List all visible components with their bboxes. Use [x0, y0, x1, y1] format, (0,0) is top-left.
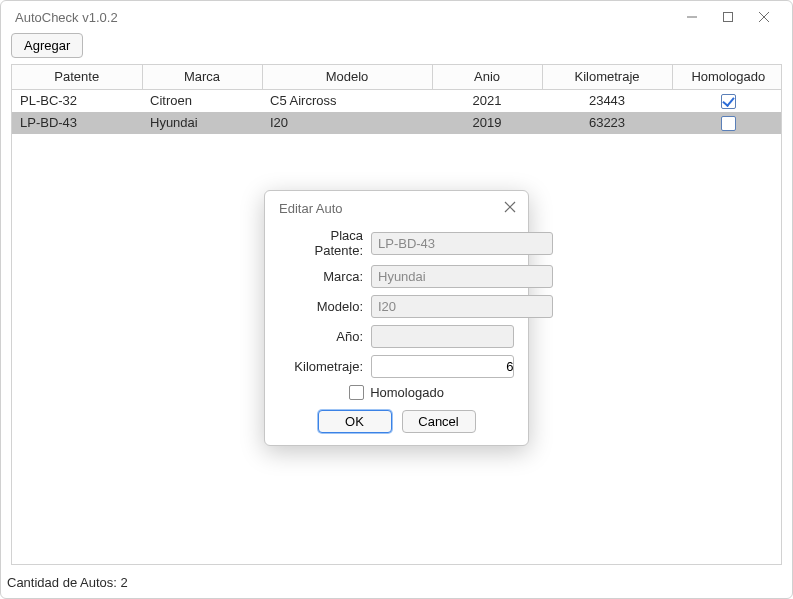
label-homologado: Homologado [370, 385, 444, 400]
dialog-body: Placa Patente: Marca: Modelo: Año: [265, 224, 528, 445]
col-header-kilometraje[interactable]: Kilometraje [542, 65, 672, 89]
dialog-close-button[interactable] [504, 201, 516, 216]
dialog-titlebar: Editar Auto [265, 191, 528, 224]
svg-rect-1 [724, 13, 733, 22]
label-patente: Placa Patente: [279, 228, 371, 258]
col-header-marca[interactable]: Marca [142, 65, 262, 89]
label-modelo: Modelo: [279, 299, 371, 314]
cancel-button[interactable]: Cancel [402, 410, 476, 433]
status-bar: Cantidad de Autos: 2 [1, 571, 792, 598]
input-kilometraje[interactable] [372, 356, 514, 377]
window-title: AutoCheck v1.0.2 [15, 10, 118, 25]
row-homologado-checkbox[interactable] [721, 116, 736, 131]
cell-modelo: I20 [262, 112, 432, 134]
minimize-button[interactable] [674, 5, 710, 29]
maximize-button[interactable] [710, 5, 746, 29]
table-header-row: Patente Marca Modelo Anio Kilometraje Ho… [12, 65, 782, 89]
cell-anio: 2019 [432, 112, 542, 134]
spinner-anio [371, 325, 514, 348]
table-row[interactable]: PL-BC-32CitroenC5 Aircross202123443 [12, 89, 782, 112]
col-header-homologado[interactable]: Homologado [672, 65, 782, 89]
cell-modelo: C5 Aircross [262, 89, 432, 112]
cell-patente: LP-BD-43 [12, 112, 142, 134]
label-marca: Marca: [279, 269, 371, 284]
input-patente [371, 232, 553, 255]
label-anio: Año: [279, 329, 371, 344]
close-button[interactable] [746, 5, 782, 29]
dialog-title: Editar Auto [279, 201, 504, 216]
toolbar: Agregar [1, 33, 792, 64]
table-row[interactable]: LP-BD-43HyundaiI20201963223 [12, 112, 782, 134]
checkbox-homologado[interactable] [349, 385, 364, 400]
cell-patente: PL-BC-32 [12, 89, 142, 112]
cell-homologado [672, 112, 782, 134]
cell-kilometraje: 63223 [542, 112, 672, 134]
main-window: AutoCheck v1.0.2 Agregar Pa [0, 0, 793, 599]
label-kilometraje: Kilometraje: [279, 359, 371, 374]
input-anio [372, 326, 514, 347]
status-text: Cantidad de Autos: 2 [7, 575, 128, 590]
cell-homologado [672, 89, 782, 112]
col-header-modelo[interactable]: Modelo [262, 65, 432, 89]
cell-anio: 2021 [432, 89, 542, 112]
cell-marca: Hyundai [142, 112, 262, 134]
col-header-anio[interactable]: Anio [432, 65, 542, 89]
spinner-kilometraje[interactable] [371, 355, 514, 378]
input-modelo [371, 295, 553, 318]
ok-button[interactable]: OK [318, 410, 392, 433]
cars-table[interactable]: Patente Marca Modelo Anio Kilometraje Ho… [12, 65, 782, 134]
titlebar: AutoCheck v1.0.2 [1, 1, 792, 33]
input-marca [371, 265, 553, 288]
cell-kilometraje: 23443 [542, 89, 672, 112]
edit-car-dialog: Editar Auto Placa Patente: Marca: Modelo… [264, 190, 529, 446]
col-header-patente[interactable]: Patente [12, 65, 142, 89]
cell-marca: Citroen [142, 89, 262, 112]
add-button[interactable]: Agregar [11, 33, 83, 58]
row-homologado-checkbox[interactable] [721, 94, 736, 109]
